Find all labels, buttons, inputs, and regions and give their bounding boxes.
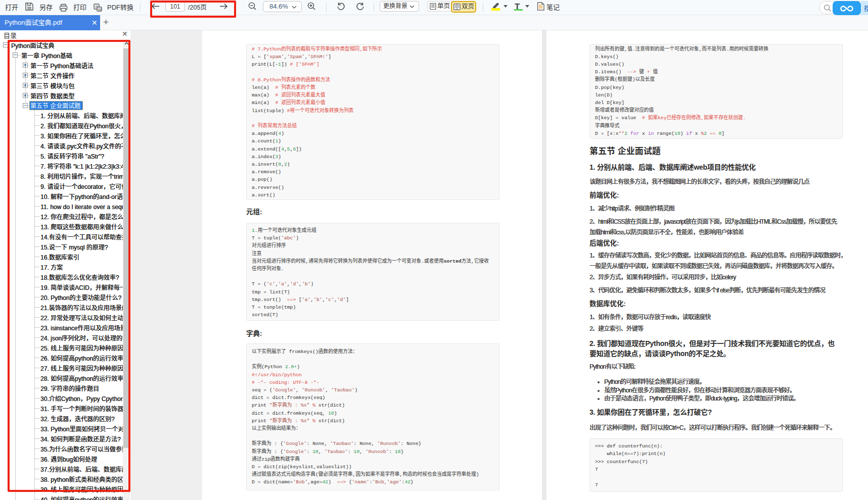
svg-text:W: W bbox=[98, 8, 102, 11]
